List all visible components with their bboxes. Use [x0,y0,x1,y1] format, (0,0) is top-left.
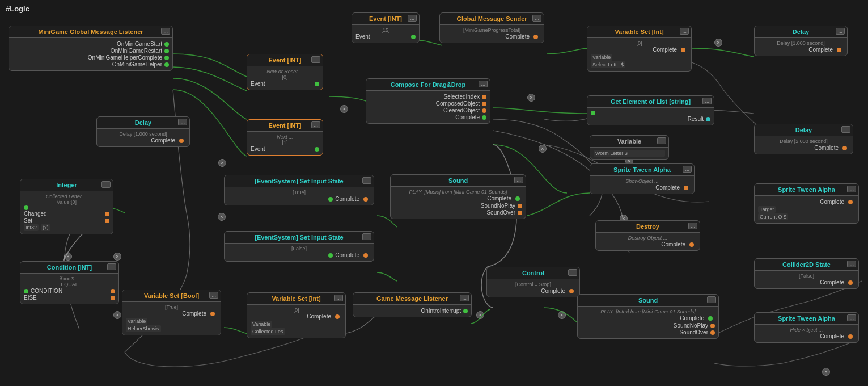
node-control: Control ... [Control = Stop] Complete [486,267,580,297]
x-indicator-10: × [558,311,566,319]
page-title: #Logic [6,5,29,13]
node-game-msg-listener: Game Message Listener ... OnIntroInterru… [353,292,472,317]
x-indicator-14: × [822,368,830,376]
varset2-complete-row: Complete [251,313,342,320]
sprite1-complete-row: Complete [594,184,691,191]
corner-btn-varset2[interactable]: ... [334,295,343,301]
corner-btn-event2[interactable]: ... [311,56,320,63]
sprite3-complete-row: Complete [758,333,855,340]
integer-arrow-row [24,205,109,210]
event2-port-row: Event [251,81,319,87]
node-varset-int-1: Variable Set [Int] ... [0] Complete Vari… [587,26,692,72]
node-delay-1: Delay ... Delay [1.000 second] Complete [96,116,190,147]
condition-equal: EQUAL [24,282,115,287]
corner-btn-gms[interactable]: ... [532,15,541,22]
event2-port-out [315,82,319,86]
corner-btn-compose[interactable]: ... [479,81,488,87]
node-header-sprite3: Sprite Tween Alpha [755,313,858,325]
node-eventsystem-1: [EventSystem] Set Input State ... [True]… [224,175,374,205]
eventsys1-in-port [328,197,333,202]
corner-btn-gamemsg[interactable]: ... [460,295,469,301]
node-integer: Integer ... Collected Letter ... Value:[… [20,179,113,234]
corner-btn-minigame[interactable]: ... [161,28,170,35]
gamemsg-output-row: OnIntroInterrupt [357,308,468,314]
corner-btn-eventsys2[interactable]: ... [362,233,371,240]
condition-eise-port [111,296,115,300]
event2-sub: New or Reset ... [251,69,319,74]
compose-cleared-port [482,108,486,113]
node-header-delaytop1: Delay [755,26,847,38]
event1-bracket: [15] [355,27,416,33]
x-indicator-16: × [64,253,72,261]
node-var-worm: Variable ... Worm Letter $ [590,135,669,160]
corner-btn-event1[interactable]: ... [408,15,417,22]
sound2-over-port [710,330,715,335]
corner-btn-condition[interactable]: ... [107,263,116,270]
corner-btn-getelement[interactable]: ... [702,98,712,104]
corner-btn-sprite2[interactable]: ... [847,186,856,192]
control-complete-row: Complete [490,287,576,295]
corner-btn-varset1[interactable]: ... [680,28,689,35]
integer-set-row: Set [24,217,109,224]
destroy-sub: Destroy Object ... [599,235,696,241]
x-indicator-9: × [476,311,484,319]
corner-btn-collider2d[interactable]: ... [847,261,856,267]
varworm-sub: Worm Letter $ [594,150,665,157]
node-header-gamemsg: Game Message Listener [353,293,471,305]
delaytop1-complete-row: Complete [758,46,844,53]
node-header-destroy: Destroy [596,221,700,233]
varset1-bracket: [0] [591,40,688,46]
varset1-complete-port [681,48,685,52]
collider2d-complete-port [848,280,853,285]
corner-btn-sprite3[interactable]: ... [847,314,856,321]
collider2d-complete-row: Complete [758,279,855,286]
node-header-collider2d: Collider2D State [755,259,858,271]
integer-type-row: Int32 (x) [24,224,109,231]
port-restart-out [164,49,169,53]
gms-complete-port [533,35,538,39]
sound1-complete-row: Complete [394,195,522,202]
sound2-over-row: SoundOver [581,329,715,335]
node-sprite-tween-3: Sprite Tween Alpha ... Hide × bject ... … [754,312,859,343]
node-varset-int-2: Variable Set [Int] ... [0] Complete Vari… [247,292,346,338]
corner-btn-varworm[interactable]: ... [657,137,666,144]
corner-btn-event3[interactable]: ... [311,121,320,128]
x-indicator-2: × [340,105,348,113]
corner-btn-eventsys1[interactable]: ... [362,177,371,184]
eventsys1-complete-port [363,197,368,202]
corner-btn-delaytr2[interactable]: ... [841,126,850,133]
sound2-noplay-row: SoundNoPlay [581,322,715,329]
node-header-varsetbool: Variable Set [Bool] [122,290,221,302]
corner-btn-control[interactable]: ... [568,269,577,276]
node-sound-1: Sound ... PLAY: [Music] from [Mini-Game … [390,174,526,219]
varset2-bracket: [0] [251,307,342,313]
port-helper-out [164,62,169,67]
corner-btn-sound2[interactable]: ... [707,296,716,303]
node-eventsystem-2: [EventSystem] Set Input State ... [False… [224,231,374,262]
x-indicator-13: × [714,39,722,47]
node-header-control: Control [487,267,579,279]
node-event-int-2: Event [INT] ... New or Reset ... [0] Eve… [247,54,323,90]
node-varset-bool: Variable Set [Bool] ... [True] Complete … [122,290,221,335]
node-header-condition: Condition [INT] [20,262,118,274]
delaytr2-bracket: Delay [2.000 second] [758,139,849,144]
varsetbool-complete-row: Complete [126,310,217,317]
node-compose-dragdrop: Compose For Drag&Drop ... SelectedIndex … [366,78,490,124]
corner-btn-destroy[interactable]: ... [688,223,697,229]
node-minigame-listener: MiniGame Global Message Listener ... OnM… [9,26,173,71]
corner-btn-integer[interactable]: ... [101,181,111,188]
eventsys1-complete-row: Complete [228,195,370,203]
getelement-in-row [591,111,710,115]
node-header-delaytr2: Delay [755,124,853,136]
sprite3-complete-port [848,334,853,339]
corner-btn-sound1[interactable]: ... [514,177,523,183]
node-header-minigame: MiniGame Global Message Listener [9,26,172,38]
corner-btn-delaytop1[interactable]: ... [836,28,845,35]
delaytop1-complete-port [837,48,841,52]
sprite2-complete-row: Complete [758,198,855,205]
corner-btn-sprite1[interactable]: ... [683,166,692,173]
condition-out-port [111,289,115,293]
eventsys2-complete-row: Complete [228,251,370,259]
corner-btn-varsetbool[interactable]: ... [209,292,218,299]
corner-btn-delay1[interactable]: ... [178,119,187,125]
